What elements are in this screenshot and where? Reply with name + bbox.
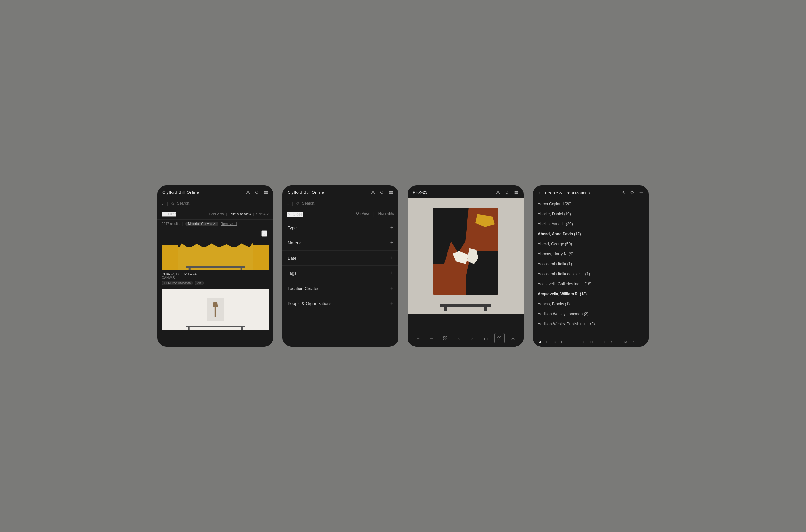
filter-people[interactable]: People & Organizations + xyxy=(283,296,399,311)
alpha-C[interactable]: C xyxy=(554,341,556,344)
person-icon-s3[interactable] xyxy=(496,190,500,195)
menu-icon[interactable] xyxy=(264,190,268,195)
people-item-1[interactable]: Abadie, Daniel (19) xyxy=(533,209,649,219)
download-button[interactable] xyxy=(508,333,518,343)
people-item-9[interactable]: Acquavella, William R. (18) xyxy=(533,289,649,299)
filter-tag[interactable]: Material: Canvas ✕ xyxy=(185,222,218,226)
menu-icon-s3[interactable] xyxy=(514,190,518,195)
true-size-view-option[interactable]: True size view xyxy=(229,212,251,216)
people-item-10[interactable]: Adams, Brooks (1) xyxy=(533,299,649,309)
back-nav[interactable]: ← People & Organizations xyxy=(538,190,590,196)
artwork-tags-1: SFMOMA Collection Art xyxy=(162,281,269,285)
grid-view-button[interactable] xyxy=(440,333,450,343)
alpha-F[interactable]: F xyxy=(576,341,578,344)
sort-label[interactable]: Sort A·Z xyxy=(256,212,269,216)
artwork-info-1: PHX-23, C. 1920 – 24 CANVAS SFMOMA Colle… xyxy=(162,270,269,285)
filter-material[interactable]: Material + xyxy=(283,235,399,250)
people-item-6[interactable]: Accademia Italia (1) xyxy=(533,259,649,269)
alpha-H[interactable]: H xyxy=(590,341,593,344)
person-icon-s4[interactable] xyxy=(621,191,626,195)
alpha-M[interactable]: M xyxy=(625,341,627,344)
close-button[interactable]: ✕ Close xyxy=(287,211,303,217)
filter-tags[interactable]: Tags + xyxy=(283,266,399,281)
search-icon-s2[interactable] xyxy=(380,190,384,195)
people-item-3[interactable]: Abend, Anna Davis (12) xyxy=(533,229,649,239)
people-item-2[interactable]: Abeles, Anne L. (39) xyxy=(533,219,649,229)
alpha-G[interactable]: G xyxy=(583,341,586,344)
painting-frame-2 xyxy=(207,298,224,321)
next-button[interactable] xyxy=(467,333,478,343)
svg-line-7 xyxy=(173,204,174,205)
search-small-icon xyxy=(171,202,174,205)
people-item-0[interactable]: Aaron Copland (20) xyxy=(533,199,649,209)
screen1-browse: Clyfford Still Online ⌄ | xyxy=(157,185,273,347)
alpha-K[interactable]: K xyxy=(610,341,613,344)
svg-point-35 xyxy=(631,191,633,194)
search-input-s2[interactable] xyxy=(302,201,395,206)
alpha-E[interactable]: E xyxy=(569,341,571,344)
view-toggles: On View | Highlights xyxy=(356,211,394,217)
alpha-I[interactable]: I xyxy=(598,341,599,344)
people-item-12[interactable]: Addison-Wesley Publishing ... (2) xyxy=(533,319,649,325)
alpha-A[interactable]: A xyxy=(539,341,541,344)
alphabet-bar: A B C D E F G H I J K L M N O xyxy=(533,338,649,347)
alpha-J[interactable]: J xyxy=(604,341,606,344)
screen1-title: Clyfford Still Online xyxy=(162,190,199,195)
close-x: ✕ xyxy=(288,212,291,217)
alpha-B[interactable]: B xyxy=(546,341,549,344)
people-item-5[interactable]: Abrams, Harry N. (9) xyxy=(533,249,649,259)
search-input[interactable] xyxy=(177,201,270,206)
screen3-header: PHX-23 xyxy=(407,185,523,198)
alpha-L[interactable]: L xyxy=(618,341,620,344)
screen2-title: Clyfford Still Online xyxy=(288,190,324,195)
search-icon-s3[interactable] xyxy=(505,190,510,195)
svg-rect-31 xyxy=(445,339,447,340)
tag-sfmoma[interactable]: SFMOMA Collection xyxy=(162,281,193,285)
screen4-header: ← People & Organizations xyxy=(533,185,649,199)
artwork-card-1[interactable]: ♡ PHX-23, C. 1920 – 24 CANVAS SFMOMA Col… xyxy=(162,228,269,285)
filter-location[interactable]: Location Created + xyxy=(283,281,399,296)
artwork-title-1: PHX-23, C. 1920 – 24 xyxy=(162,272,269,276)
highlights-toggle[interactable]: Highlights xyxy=(379,211,394,217)
chevron-icon-s2: ⌄ xyxy=(286,201,289,206)
people-item-8[interactable]: Acquavella Galleries Inc ... (18) xyxy=(533,279,649,289)
view-options: Grid view | True size view | Sort A·Z xyxy=(209,212,269,216)
remove-all-link[interactable]: Remove all xyxy=(221,222,237,226)
on-view-toggle[interactable]: On View xyxy=(356,211,369,217)
prev-button[interactable] xyxy=(454,333,464,343)
artwork-bench-1 xyxy=(186,266,245,268)
painting-main xyxy=(433,208,498,295)
chevron-icon: ⌄ xyxy=(161,201,165,206)
artwork-medium-1: CANVAS xyxy=(162,276,269,280)
search-icon-s4[interactable] xyxy=(630,191,634,195)
tag-art[interactable]: Art xyxy=(195,281,204,285)
screen3-title: PHX-23 xyxy=(413,190,427,195)
menu-icon-s4[interactable] xyxy=(639,191,644,195)
filter-button[interactable]: Filter xyxy=(162,211,176,217)
artwork-detail-display xyxy=(407,198,523,314)
people-expand-icon: + xyxy=(390,301,393,306)
people-item-7[interactable]: Accademia Italia delle ar ... (1) xyxy=(533,269,649,279)
alpha-O[interactable]: O xyxy=(640,341,642,344)
menu-icon-s2[interactable] xyxy=(389,190,393,195)
alpha-N[interactable]: N xyxy=(632,341,634,344)
zoom-out-button[interactable] xyxy=(426,333,437,343)
share-button[interactable] xyxy=(481,333,491,343)
screen2-searchbar: ⌄ | xyxy=(283,198,399,209)
person-icon-s2[interactable] xyxy=(371,190,375,195)
filter-type[interactable]: Type + xyxy=(283,220,399,235)
grid-view-option[interactable]: Grid view xyxy=(209,212,224,216)
people-item-11[interactable]: Addison Wesley Longman (2) xyxy=(533,309,649,319)
filter-date[interactable]: Date + xyxy=(283,250,399,266)
favorite-detail-button[interactable]: ♡ xyxy=(494,333,504,343)
zoom-in-button[interactable] xyxy=(413,333,423,343)
favorite-button-1[interactable]: ♡ xyxy=(262,230,267,237)
screen2-filter: Clyfford Still Online ⌄ | ✕ xyxy=(283,185,399,347)
alpha-D[interactable]: D xyxy=(561,341,563,344)
filter-location-label: Location Created xyxy=(288,286,320,291)
artwork-card-2[interactable] xyxy=(162,289,269,330)
search-icon[interactable] xyxy=(255,190,259,195)
person-icon[interactable] xyxy=(246,190,250,195)
results-count: 2947 results xyxy=(162,222,179,226)
people-item-4[interactable]: Abend, George (50) xyxy=(533,239,649,249)
